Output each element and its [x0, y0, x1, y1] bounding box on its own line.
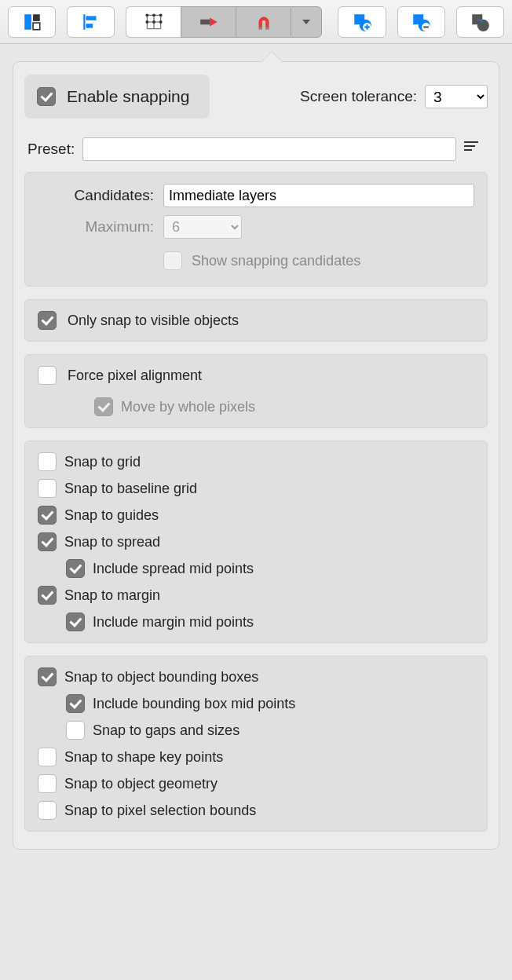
svg-rect-0 — [24, 14, 31, 30]
visible-section: Only snap to visible objects — [24, 299, 488, 342]
svg-rect-20 — [265, 27, 269, 29]
margin-mid-check[interactable] — [66, 612, 85, 631]
snap-grid-label: Snap to grid — [64, 454, 141, 470]
bbox-mid-label: Include bounding box mid points — [93, 696, 295, 712]
enable-snapping-check[interactable] — [37, 87, 56, 106]
preset-row: Preset: — [24, 133, 488, 172]
svg-point-31 — [477, 19, 489, 31]
snap-button-group — [126, 6, 327, 38]
bbox-check[interactable] — [38, 667, 57, 686]
candidates-label: Candidates: — [38, 187, 154, 204]
grid-icon[interactable] — [126, 6, 181, 38]
snap-baseline-check[interactable] — [38, 479, 57, 498]
tolerance-row: Screen tolerance: 3 — [300, 85, 488, 108]
svg-rect-5 — [86, 24, 93, 27]
visible-label: Only snap to visible objects — [68, 313, 239, 329]
svg-point-13 — [152, 13, 155, 16]
shape-intersect-icon[interactable] — [456, 6, 504, 38]
force-pixel-label: Force pixel alignment — [68, 368, 202, 384]
bbox-label: Snap to object bounding boxes — [64, 669, 258, 686]
svg-point-15 — [145, 20, 148, 24]
snap-baseline-label: Snap to baseline grid — [64, 481, 197, 497]
snap-spread-check[interactable] — [38, 532, 57, 551]
margin-mid-label: Include margin mid points — [93, 614, 254, 631]
visible-check[interactable] — [38, 311, 57, 330]
candidates-input[interactable] — [163, 184, 474, 207]
geometry-label: Snap to object geometry — [64, 776, 218, 792]
enable-snapping-label: Enable snapping — [67, 87, 189, 106]
shape-subtract-icon[interactable] — [397, 6, 445, 38]
svg-rect-19 — [258, 27, 261, 29]
preset-label: Preset: — [27, 141, 75, 158]
snap-object-section: Snap to object bounding boxes Include bo… — [24, 656, 488, 832]
pixsel-check[interactable] — [38, 801, 57, 820]
pixel-section: Force pixel alignment Move by whole pixe… — [24, 354, 488, 428]
whole-pixels-check[interactable] — [94, 397, 113, 416]
magnet-icon[interactable] — [236, 6, 291, 38]
spread-mid-check[interactable] — [66, 559, 85, 578]
toolbar — [0, 0, 512, 44]
svg-point-17 — [159, 20, 163, 24]
preset-input[interactable] — [82, 137, 456, 161]
show-candidates-label: Show snapping candidates — [192, 253, 360, 269]
snap-guides-check[interactable] — [38, 506, 57, 525]
bbox-mid-check[interactable] — [66, 694, 85, 713]
key-points-label: Snap to shape key points — [64, 749, 223, 766]
pixsel-label: Snap to pixel selection bounds — [64, 803, 256, 819]
snap-arrow-icon[interactable] — [181, 6, 236, 38]
gaps-check[interactable] — [66, 721, 85, 740]
svg-point-16 — [152, 20, 155, 24]
enable-snapping-row: Enable snapping — [24, 75, 210, 119]
shape-add-icon[interactable] — [338, 6, 386, 38]
layout-columns-icon[interactable] — [8, 6, 56, 38]
snap-spread-label: Snap to spread — [64, 534, 160, 550]
gaps-label: Snap to gaps and sizes — [93, 722, 240, 739]
maximum-label: Maximum: — [38, 218, 154, 236]
snap-margin-label: Snap to margin — [64, 587, 160, 604]
tolerance-label: Screen tolerance: — [300, 88, 417, 105]
tolerance-select[interactable]: 3 — [425, 85, 488, 108]
svg-rect-1 — [33, 14, 40, 21]
svg-rect-2 — [33, 23, 40, 30]
show-candidates-check[interactable] — [163, 251, 182, 270]
candidates-section: Candidates: Maximum: 6 Show snapping can… — [24, 172, 488, 287]
snapping-panel: Enable snapping Screen tolerance: 3 Pres… — [13, 61, 499, 850]
whole-pixels-label: Move by whole pixels — [121, 399, 255, 415]
svg-rect-18 — [200, 19, 210, 24]
svg-point-14 — [159, 13, 163, 16]
snap-margin-check[interactable] — [38, 586, 57, 605]
preset-menu-icon[interactable] — [464, 141, 485, 157]
snap-grid-check[interactable] — [38, 452, 57, 471]
dropdown-arrow-icon[interactable] — [291, 6, 322, 38]
svg-point-12 — [145, 13, 148, 16]
force-pixel-check[interactable] — [38, 366, 57, 385]
snap-basics-section: Snap to grid Snap to baseline grid Snap … — [24, 441, 488, 643]
geometry-check[interactable] — [38, 774, 57, 793]
align-left-icon[interactable] — [67, 6, 115, 38]
maximum-select[interactable]: 6 — [163, 215, 242, 239]
spread-mid-label: Include spread mid points — [93, 561, 254, 577]
svg-rect-4 — [86, 16, 96, 20]
key-points-check[interactable] — [38, 748, 57, 766]
snap-guides-label: Snap to guides — [64, 507, 159, 524]
